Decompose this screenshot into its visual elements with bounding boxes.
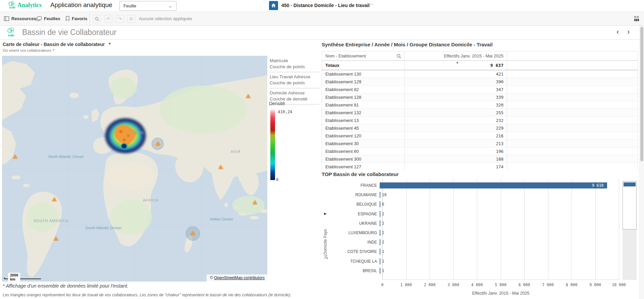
etablissement-cell[interactable]: Etablissement 45	[322, 124, 405, 132]
work-location-triangle-icon[interactable]	[218, 165, 223, 169]
etablissement-cell[interactable]: Etablissement 82	[322, 86, 405, 93]
heatmap-map[interactable]: EUROPE ASIA AFRICA SOUTH AMERICA North A…	[2, 56, 267, 282]
bar[interactable]	[380, 239, 380, 245]
bar[interactable]	[380, 192, 380, 198]
table-row[interactable]: Etablissement 300 188	[322, 155, 638, 163]
empty-cell	[507, 140, 638, 147]
page-scrollbar[interactable]	[639, 26, 644, 299]
table-row[interactable]: Etablissement 127 174	[322, 163, 638, 170]
table-row[interactable]: Etablissement 129 390	[322, 78, 638, 86]
etablissement-cell[interactable]: Etablissement 81	[322, 101, 405, 109]
table-panel-title: Synthèse Entreprise / Année / Mois / Gro…	[322, 42, 493, 47]
bar[interactable]	[380, 249, 380, 255]
etablissement-cell[interactable]: Etablissement 130	[322, 70, 405, 78]
more-options-icon[interactable]: ⋯	[368, 1, 374, 7]
selections-search-button[interactable]	[93, 15, 101, 23]
table-row[interactable]: Etablissement 128 339	[322, 93, 638, 101]
etablissement-cell[interactable]: Etablissement 132	[322, 109, 405, 116]
bar[interactable]	[380, 220, 380, 226]
map-panel-subtitle: Où vivent vos collaborateurs ?	[3, 48, 55, 52]
sheet-type-select[interactable]: Feuille ⌄	[119, 1, 176, 11]
work-location-triangle-icon[interactable]	[156, 141, 160, 145]
table-row[interactable]: Etablissement 120 216	[322, 132, 638, 140]
resources-label: Ressources	[11, 16, 36, 21]
etablissement-cell[interactable]: Etablissement 129	[322, 78, 405, 85]
work-location-triangle-icon[interactable]	[191, 231, 195, 235]
legend-layer-item[interactable]: Lieu Travail Adresse Couche de points	[269, 72, 319, 88]
table-row[interactable]: Etablissement 45 229	[322, 124, 638, 132]
col2-header-label: Effectifs Janv. 2015 - Mai 2025	[444, 53, 503, 58]
osm-attribution-link[interactable]: OpenStreetMap contributors	[214, 275, 265, 280]
bar-category-label[interactable]: FRANCE	[332, 183, 380, 188]
clear-selections-button[interactable]: ⊘	[127, 15, 135, 23]
sheet-title: Bassin de vie Collaborateur	[22, 28, 116, 37]
table-row[interactable]: Etablissement 82 347	[322, 86, 638, 93]
layer-name: Lieu Travail Adresse	[270, 74, 319, 80]
legend-layer-item[interactable]: Matricule Couche de points	[269, 56, 319, 72]
totals-empty-cell	[507, 61, 638, 70]
etablissement-cell[interactable]: Etablissement 120	[322, 132, 405, 139]
etablissement-cell[interactable]: Etablissement 60	[322, 147, 405, 155]
effectifs-cell: 232	[405, 117, 507, 124]
expand-dimension-icon[interactable]: ▶	[324, 212, 327, 215]
effectifs-cell: 229	[405, 124, 507, 132]
previous-sheet-button[interactable]: ‹	[616, 28, 619, 36]
etablissement-cell[interactable]: Etablissement 30	[322, 140, 405, 147]
etablissement-cell[interactable]: Etablissement 128	[322, 93, 405, 101]
search-selections-icon	[95, 17, 99, 21]
bar-category-label[interactable]: COTE D'IVOIRE	[332, 249, 380, 254]
bar-category-label[interactable]: INDE	[332, 240, 380, 245]
undo-selection-button[interactable]: ↶	[104, 15, 112, 23]
attribution-prefix: ©	[210, 275, 214, 280]
bar-category-label[interactable]: BRESIL	[332, 268, 380, 273]
effectifs-cell: 216	[405, 132, 507, 139]
sheets-button[interactable]: Feuilles	[36, 12, 60, 25]
column-header-effectifs[interactable]: Effectifs Janv. 2015 - Mai 2025	[405, 51, 507, 60]
search-icon[interactable]	[396, 54, 401, 58]
bar-category-label[interactable]: BELGIQUE	[332, 202, 380, 207]
bar-category-label[interactable]: ROUMANIE	[332, 193, 380, 197]
empty-cell	[507, 86, 638, 93]
bar[interactable]	[380, 182, 607, 188]
app-breadcrumb[interactable]: 450 - Distance Domicile - Lieu de travai…	[281, 3, 370, 8]
page-scrollbar-thumb[interactable]	[640, 27, 643, 161]
bar[interactable]	[380, 258, 380, 264]
table-row[interactable]: Etablissement 81 320	[322, 101, 638, 109]
table-row[interactable]: Etablissement 132 255	[322, 109, 638, 117]
bar[interactable]	[380, 230, 380, 236]
work-location-triangle-icon[interactable]	[13, 155, 17, 159]
resources-button[interactable]: Ressources	[4, 12, 36, 25]
chart-scroll-thumb[interactable]	[623, 181, 637, 229]
bar-category-label[interactable]: UKRAINE	[332, 221, 380, 226]
bar-chart-rows: FRANCE 9 610 ROUMANIE 10 BELGIQUE 6	[332, 181, 619, 275]
chart-mini-scrollbar[interactable]	[623, 181, 637, 280]
sheet-grid-icon[interactable]	[634, 16, 640, 21]
next-sheet-button[interactable]: ›	[627, 28, 630, 36]
etablissement-cell[interactable]: Etablissement 13	[322, 117, 405, 124]
bar[interactable]	[380, 211, 380, 217]
bar-category-label[interactable]: TCHEQUIE LA	[332, 259, 380, 264]
map-attribution: © OpenStreetMap contributors	[207, 274, 267, 282]
empty-cell	[507, 117, 638, 124]
work-location-triangle-icon[interactable]	[54, 237, 58, 241]
work-location-triangle-icon[interactable]	[52, 197, 57, 201]
bar-category-label[interactable]: LUXEMBOURG	[332, 230, 380, 235]
sort-descending-icon[interactable]: ▼	[456, 61, 459, 65]
redo-selection-button[interactable]: ↷	[116, 15, 124, 23]
empty-cell	[507, 163, 638, 170]
table-row[interactable]: Etablissement 13 232	[322, 117, 638, 124]
column-header-etablissement[interactable]: Nom - Etablissement	[322, 51, 405, 60]
bar-category-label[interactable]: ESPAGNE	[332, 212, 380, 216]
table-row[interactable]: Etablissement 130 421	[322, 70, 638, 78]
table-row[interactable]: Etablissement 30 213	[322, 140, 638, 147]
bar[interactable]	[380, 201, 380, 207]
etablissement-cell[interactable]: Etablissement 300	[322, 155, 405, 163]
bar[interactable]	[380, 268, 380, 274]
home-button[interactable]	[269, 1, 278, 10]
work-location-triangle-icon[interactable]	[246, 94, 251, 98]
table-row[interactable]: Etablissement 60 196	[322, 147, 638, 155]
axis-sort-icon[interactable]	[324, 255, 328, 261]
etablissement-cell[interactable]: Etablissement 127	[322, 163, 405, 170]
favorites-button[interactable]: Favoris	[66, 12, 87, 25]
work-location-triangle-icon[interactable]	[253, 200, 257, 204]
